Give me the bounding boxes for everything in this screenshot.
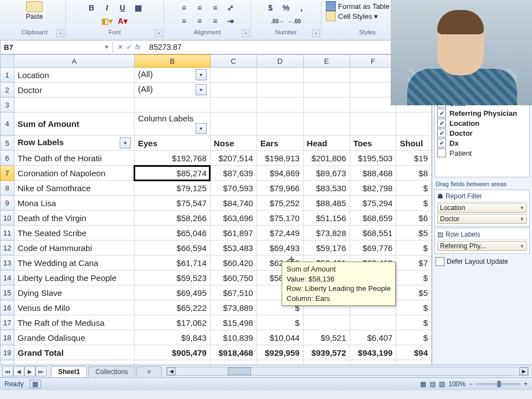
tab-nav-prev-icon[interactable]: ◀ [13,366,24,376]
view-normal-icon[interactable]: ▦ [420,380,426,388]
tab-nav-first-icon[interactable]: ⏮ [2,366,13,376]
font-launcher-icon[interactable]: ↘ [155,29,162,37]
row-header-7[interactable]: 7 [1,166,14,181]
view-break-icon[interactable]: ▧ [439,380,445,388]
column-header-F[interactable]: F [350,55,396,68]
alignment-launcher-icon[interactable]: ↘ [242,29,249,37]
row-header-13[interactable]: 13 [1,255,14,270]
row-header-16[interactable]: 16 [1,300,14,315]
row-header-20[interactable]: 20 [1,360,14,365]
column-header-B[interactable]: B [134,55,210,68]
tab-nav-next-icon[interactable]: ▶ [24,366,35,376]
align-right-button[interactable]: ≡ [208,14,222,28]
cell-styles-button[interactable]: Cell Styles ▾ [326,11,378,21]
row-header-15[interactable]: 15 [1,285,14,300]
italic-button[interactable]: I [100,1,114,14]
zoom-out-icon[interactable]: − [469,380,473,388]
cancel-formula-icon[interactable]: ✕ [117,43,123,51]
row-header-10[interactable]: 10 [1,211,14,226]
comma-button[interactable]: , [295,1,308,14]
enter-formula-icon[interactable]: ✓ [126,43,132,51]
decrease-decimal-button[interactable]: ←.00 [287,14,301,28]
chevron-down-icon[interactable]: ▼ [104,44,109,50]
filter-dropdown-icon[interactable]: ▼ [196,84,207,95]
row-header-18[interactable]: 18 [1,330,14,345]
tab-sheet1[interactable]: Sheet1 [51,366,87,377]
tab-collections[interactable]: Collections [88,366,135,377]
scroll-left-icon[interactable]: ◀ [167,367,176,375]
row-header-6[interactable]: 6 [1,151,14,166]
indent-button[interactable]: ⇥ [224,14,237,28]
field-doctor[interactable]: Doctor [436,128,528,138]
field-location[interactable]: Location [436,118,528,128]
row-header-1[interactable]: 1 [1,68,14,83]
row-header-14[interactable]: 14 [1,270,14,285]
field-patient[interactable]: Patient [436,148,528,158]
paste-button[interactable]: Paste [26,1,43,21]
select-all-corner[interactable] [1,55,14,68]
pill-location[interactable]: Location▼ [437,203,527,213]
currency-button[interactable]: $ [264,1,277,14]
rows-icon: ▤ [437,231,443,238]
tab-nav-last-icon[interactable]: ⏭ [35,366,47,376]
worksheet-grid[interactable]: ABCDEFG1Location(All)▼2Doctor(All)▼34Sum… [0,54,432,365]
font-color-button[interactable]: A▾ [116,14,129,28]
row-header-8[interactable]: 8 [1,181,14,196]
zoom-slider[interactable] [476,383,520,385]
underline-button[interactable]: U [116,1,129,14]
format-as-table-button[interactable]: Format as Table ▾ [326,1,396,11]
align-mid-button[interactable]: ≡ [193,1,206,14]
macro-record-icon[interactable]: ▦ [29,380,41,388]
filter-dropdown-icon[interactable]: ▼ [196,123,207,134]
data-cell: $61,714 [134,255,210,270]
field-referring physician[interactable]: Referring Physician [436,108,528,118]
fx-icon[interactable]: fx [135,43,140,51]
row-label: Coronation of Napoleon [14,166,134,181]
increase-decimal-button[interactable]: .00→ [270,14,285,28]
filter-dropdown-icon[interactable]: ▼ [120,137,131,149]
name-box[interactable]: B7▼ [1,42,113,53]
row-header-2[interactable]: 2 [1,83,14,98]
clipboard-launcher-icon[interactable]: ↘ [57,29,64,37]
row-header-9[interactable]: 9 [1,196,14,211]
align-top-button[interactable]: ≡ [177,1,191,14]
tab-new[interactable]: ✧ [136,366,162,377]
row-header-19[interactable]: 19 [1,345,14,360]
row-header-17[interactable]: 17 [1,315,14,330]
column-header-A[interactable]: A [14,55,134,68]
row-labels-area[interactable]: ▤Row Labels Referring Phy...▼ [434,228,530,254]
column-header-D[interactable]: D [257,55,303,68]
group-font-label: Font [109,29,121,35]
column-header-C[interactable]: C [210,55,257,68]
group-number-label: Number [275,29,296,35]
align-center-button[interactable]: ≡ [193,14,206,28]
report-filter-area[interactable]: ☗Report Filter Location▼Doctor▼ [434,190,530,227]
field-dx[interactable]: Dx [436,138,528,148]
number-launcher-icon[interactable]: ↘ [312,29,320,37]
percent-button[interactable]: % [279,1,293,14]
pill-doctor[interactable]: Doctor▼ [437,214,527,224]
view-layout-icon[interactable]: ▤ [429,380,436,388]
zoom-level[interactable]: 100% [448,380,466,388]
zoom-in-icon[interactable]: + [524,380,528,388]
column-header-E[interactable]: E [303,55,350,68]
row-label: The Seated Scribe [14,226,134,241]
border-button[interactable]: ▦ [131,1,145,14]
row-header-3[interactable]: 3 [1,98,14,112]
data-cell: $65,046 [134,226,210,241]
horizontal-scrollbar[interactable]: ◀ ▶ [166,367,529,376]
scroll-right-icon[interactable]: ▶ [519,367,528,375]
row-header-5[interactable]: 5 [1,136,14,151]
row-header-11[interactable]: 11 [1,226,14,241]
align-left-button[interactable]: ≡ [177,14,191,28]
row-header-12[interactable]: 12 [1,241,14,255]
align-bot-button[interactable]: ≡ [208,1,222,14]
filter-dropdown-icon[interactable]: ▼ [196,69,207,80]
bold-button[interactable]: B [85,1,98,14]
fill-color-button[interactable]: ◧▾ [100,14,114,28]
row-header-4[interactable]: 4 [1,112,14,136]
pill-referring-physician[interactable]: Referring Phy...▼ [437,241,527,251]
defer-layout-checkbox[interactable]: Defer Layout Update [434,255,530,268]
data-cell: $192,768 [134,151,210,166]
orientation-button[interactable]: ⤢ [224,1,237,14]
